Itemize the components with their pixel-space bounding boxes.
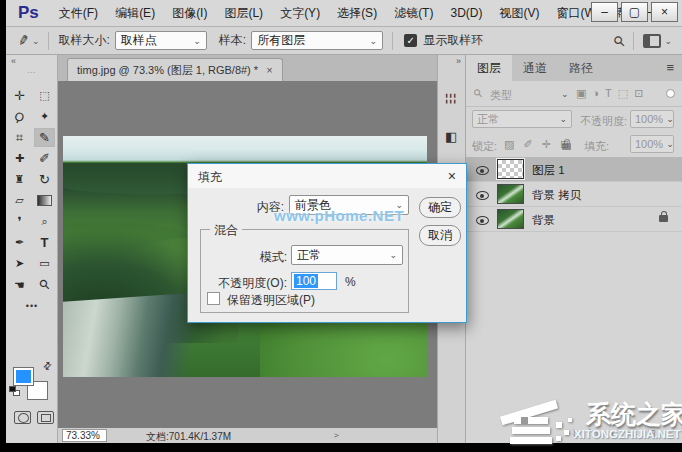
maximize-button[interactable]: ▢ [621,2,648,22]
swap-colors-icon[interactable]: ⇄ [40,359,54,373]
opacity-input[interactable]: 100 [291,272,337,290]
layer-name[interactable]: 背景 [532,213,555,228]
zoom-tool[interactable]: ⚲ [30,270,58,298]
menu-filter[interactable]: 滤镜(T) [394,5,433,22]
blend-mode-select[interactable]: 正常 ⌄ [472,110,572,128]
layer-thumbnail-transparent[interactable] [497,159,524,179]
tab-close-icon[interactable]: × [266,64,272,76]
tab-layers[interactable]: 图层 [466,55,512,81]
screen-mode-button[interactable] [37,411,54,424]
cancel-button[interactable]: 取消 [419,225,461,246]
sample-select[interactable]: 所有图层 ⌄ [251,31,383,50]
expand-panels-icon[interactable]: » [456,56,461,66]
close-button[interactable]: × [651,2,678,22]
marquee-tool[interactable]: ⬚ [34,86,55,105]
panel-menu-icon[interactable]: ≡ [666,60,674,75]
phome-watermark: www.pHome.NET [274,207,404,224]
menu-3d[interactable]: 3D(D) [450,6,482,20]
house-pixel [564,430,569,435]
dodge-tool[interactable]: ⌕ [34,212,55,231]
filter-type-label[interactable]: 类型 [490,88,512,103]
layer-row-layer1[interactable]: 图层 1 [466,157,682,182]
sample-size-select[interactable]: 取样点 ⌄ [115,31,207,50]
hand-tool[interactable]: ☚ [9,275,30,294]
quick-mask-button[interactable] [14,411,31,424]
opacity-value: 100% [635,113,663,125]
filter-pixel-icon[interactable]: ▣ [576,87,592,99]
filter-shape-icon[interactable]: ⬚ [618,87,634,99]
history-brush-tool[interactable]: ↻ [34,170,55,189]
layer-row-background-copy[interactable]: 背景 拷贝 [466,182,682,207]
document-tab[interactable]: timg.jpg @ 73.3% (图层 1, RGB/8#) * × [67,58,283,81]
lasso-tool[interactable]: Ϙ [6,104,33,129]
filter-adjustment-icon[interactable]: ◑ [592,87,605,99]
edit-toolbar-button[interactable]: ••• [22,296,43,315]
zoom-level-input[interactable]: 73.33% [62,429,107,442]
chevron-down-icon[interactable]: ⌄ [32,36,40,46]
menu-edit[interactable]: 编辑(E) [115,5,155,22]
status-chevron-icon[interactable]: ＞ [332,429,341,442]
menu-image[interactable]: 图像(I) [172,5,207,22]
foreground-color-swatch[interactable] [13,367,34,386]
move-tool[interactable]: ✛ [9,86,30,105]
gradient-tool[interactable] [34,191,55,210]
layer-row-background[interactable]: 背景 [466,207,682,232]
filter-search-icon[interactable]: ⚲ [471,86,486,101]
type-tool[interactable]: T [34,233,55,252]
layer-name[interactable]: 背景 拷贝 [532,188,581,203]
tab-paths[interactable]: 路径 [558,55,604,81]
layer-thumbnail-photo[interactable] [497,184,524,204]
blur-tool[interactable]: ❜ [9,212,30,231]
eraser-tool[interactable]: ▱ [9,191,30,210]
eyedropper-tool-icon[interactable]: ✎ [17,32,31,49]
menu-layer[interactable]: 图层(L) [224,5,263,22]
window-controls: – ▢ × [588,2,678,22]
visibility-eye-icon[interactable] [476,191,489,200]
filter-type-icon[interactable]: T [605,87,618,99]
collapse-panel-icon[interactable]: « [11,56,16,66]
workspace-icon[interactable] [643,34,661,48]
preserve-transparency-checkbox[interactable] [207,292,220,305]
show-ring-checkbox[interactable]: ✓ [404,34,417,47]
eyedropper-tool[interactable]: ✎ [34,128,55,147]
minimize-button[interactable]: – [591,2,618,22]
menu-select[interactable]: 选择(S) [337,5,377,22]
mode-value: 正常 [297,247,321,264]
default-colors-icon[interactable] [9,386,16,392]
layer-thumbnail-photo[interactable] [497,209,524,229]
visibility-eye-icon[interactable] [476,216,489,225]
house-bar [512,427,550,434]
opacity-select[interactable]: 100% ⌄ [630,110,674,128]
filter-toggle[interactable] [666,89,675,98]
preserve-transparency-label: 保留透明区域(P) [227,292,315,309]
dialog-close-icon[interactable]: × [448,168,456,184]
clone-stamp-tool[interactable]: ♜ [9,170,30,189]
mode-select[interactable]: 正常 ⌄ [291,245,403,265]
fill-select[interactable]: 100% ⌄ [630,135,674,153]
show-ring-label: 显示取样环 [423,32,483,49]
ok-button[interactable]: 确定 [419,197,461,218]
lock-all-icon[interactable] [562,143,571,150]
crop-tool[interactable]: ⌗ [9,128,30,147]
menu-type[interactable]: 文字(Y) [280,5,320,22]
layer-name[interactable]: 图层 1 [532,163,565,178]
divider [392,32,393,50]
chevron-down-icon[interactable]: ⌄ [664,36,672,46]
search-icon[interactable]: ⚲ [610,31,629,50]
path-selection-tool[interactable]: ➤ [9,254,30,273]
adjustments-panel-icon[interactable]: ◧ [445,129,457,144]
menu-file[interactable]: 文件(F) [59,5,98,22]
quick-selection-tool[interactable]: ✦ [34,107,55,126]
filter-smart-object-icon[interactable]: ⊡ [634,87,649,99]
chevron-down-icon: ⌄ [389,250,397,260]
brush-tool[interactable]: ✐ [34,149,55,168]
color-panel-icon[interactable]: ☷ [443,93,458,105]
visibility-eye-icon[interactable] [476,166,489,175]
dialog-title-bar[interactable]: 填充 × [188,164,466,188]
tab-channels[interactable]: 通道 [512,55,558,81]
menu-view[interactable]: 视图(V) [499,5,539,22]
pen-tool[interactable]: ✒ [9,233,30,252]
healing-brush-tool[interactable]: ✚ [9,149,30,168]
percent-sign: % [345,275,356,289]
divider [48,32,49,50]
